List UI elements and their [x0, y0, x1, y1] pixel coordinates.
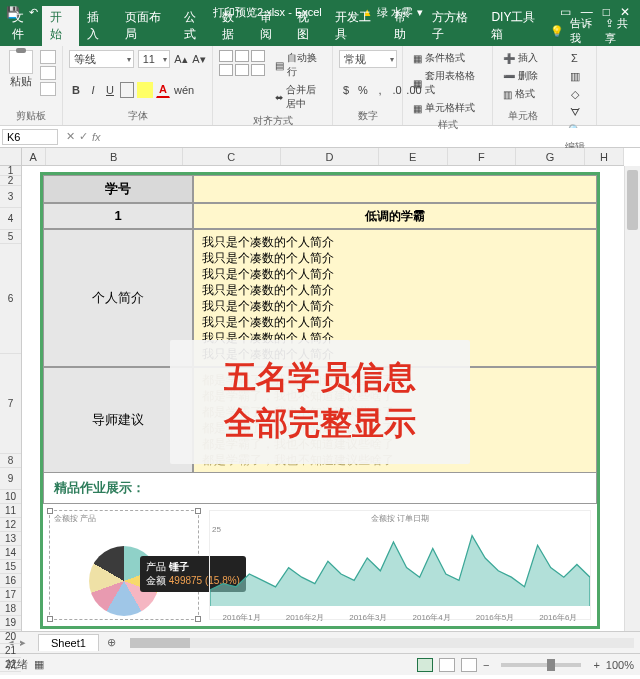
tab-formulas[interactable]: 公式	[176, 6, 214, 46]
currency-icon[interactable]: $	[339, 82, 353, 98]
sheet-tab-bar: ◂ ▸ Sheet1 ⊕	[0, 631, 640, 653]
cancel-fx-icon[interactable]: ✕	[66, 130, 75, 143]
clipboard-icon	[9, 50, 33, 74]
tab-dev[interactable]: 开发工具	[327, 6, 386, 46]
header-name-blank	[193, 175, 597, 203]
group-styles: ▦ 条件格式 ▦ 套用表格格式 ▦ 单元格样式 样式	[403, 46, 493, 125]
tab-view[interactable]: 视图	[289, 6, 327, 46]
id-value: 1	[43, 203, 193, 229]
number-format-select[interactable]: 常规	[339, 50, 397, 68]
fill-color-button[interactable]	[137, 82, 153, 98]
name-box[interactable]: K6	[2, 129, 58, 145]
enter-fx-icon[interactable]: ✓	[79, 130, 88, 143]
ribbon: 粘贴 剪贴板 等线 11 A▴ A▾ B I U A wén 字体	[0, 46, 640, 126]
tab-ffgz[interactable]: 方方格子	[424, 6, 483, 46]
view-normal-button[interactable]	[417, 658, 433, 672]
italic-button[interactable]: I	[86, 82, 100, 98]
cut-icon[interactable]	[40, 50, 56, 64]
tab-file[interactable]: 文件	[4, 6, 42, 46]
insert-cells-button[interactable]: ➕ 插入	[499, 50, 546, 66]
tab-layout[interactable]: 页面布局	[117, 6, 176, 46]
fill-icon[interactable]: ▥	[559, 68, 590, 84]
underline-button[interactable]: U	[103, 82, 117, 98]
fx-icon[interactable]: fx	[92, 131, 101, 143]
zoom-slider[interactable]	[501, 663, 581, 667]
autosum-icon[interactable]: Σ	[559, 50, 590, 66]
border-button[interactable]	[120, 82, 134, 98]
tab-data[interactable]: 数据	[214, 6, 252, 46]
area-title: 金额按 订单日期	[210, 511, 590, 526]
select-all-triangle[interactable]	[0, 148, 22, 166]
tab-help[interactable]: 帮助	[386, 6, 424, 46]
zoom-level[interactable]: 100%	[606, 659, 634, 671]
group-font: 等线 11 A▴ A▾ B I U A wén 字体	[63, 46, 213, 125]
phonetic-button[interactable]: wén	[173, 82, 195, 98]
area-xaxis: 2016年1月2016年2月2016年3月2016年4月2016年5月2016年…	[210, 610, 590, 623]
tab-review[interactable]: 审阅	[252, 6, 290, 46]
decrease-font-icon[interactable]: A▾	[192, 51, 206, 67]
view-layout-button[interactable]	[439, 658, 455, 672]
name-value: 低调的学霸	[193, 203, 597, 229]
area-svg	[210, 526, 590, 606]
format-painter-icon[interactable]	[40, 82, 56, 96]
scroll-thumb[interactable]	[130, 638, 190, 648]
tab-home[interactable]: 开始	[42, 6, 80, 46]
bold-button[interactable]: B	[69, 82, 83, 98]
sort-filter-icon[interactable]: ᗊ	[559, 104, 590, 120]
format-cells-button[interactable]: ▥ 格式	[499, 86, 546, 102]
area-ytick: 25	[212, 525, 221, 534]
font-color-button[interactable]: A	[156, 82, 170, 98]
zoom-out-button[interactable]: −	[483, 659, 489, 671]
group-cells: ➕ 插入 ➖ 删除 ▥ 格式 单元格	[493, 46, 553, 125]
increase-font-icon[interactable]: A▴	[174, 51, 188, 67]
delete-cells-button[interactable]: ➖ 删除	[499, 68, 546, 84]
group-number: 常规 $ % , .0 .00 数字	[333, 46, 403, 125]
column-headers[interactable]: ABCDEFGH	[22, 148, 624, 166]
sheet-tab-1[interactable]: Sheet1	[38, 634, 99, 651]
macro-record-icon[interactable]: ▦	[34, 658, 44, 671]
group-clipboard: 粘贴 剪贴板	[0, 46, 63, 125]
tell-me[interactable]: 告诉我	[570, 16, 599, 46]
vertical-scrollbar[interactable]	[624, 166, 640, 631]
scroll-thumb[interactable]	[627, 170, 638, 230]
clear-icon[interactable]: ◇	[559, 86, 590, 102]
zoom-in-button[interactable]: +	[593, 659, 599, 671]
table-format-button[interactable]: ▦ 套用表格格式	[409, 68, 486, 98]
percent-icon[interactable]: %	[356, 82, 370, 98]
pie-chart[interactable]: 金额按 产品 产品 锤子 金额 499875 (15.8%)	[49, 510, 199, 620]
cond-format-button[interactable]: ▦ 条件格式	[409, 50, 486, 66]
font-size-select[interactable]: 11	[138, 50, 170, 68]
group-editing: Σ ▥ ◇ ᗊ 🔍 编辑	[553, 46, 597, 125]
inc-decimal-icon[interactable]: .0	[390, 82, 404, 98]
showcase-title: 精品作业展示：	[43, 473, 597, 504]
pie-title: 金额按 产品	[50, 511, 198, 526]
view-break-button[interactable]	[461, 658, 477, 672]
wrap-text-button[interactable]: ▤ 自动换行	[271, 50, 326, 80]
group-align: ▤ 自动换行 ⬌ 合并后居中 对齐方式	[213, 46, 333, 125]
share-button[interactable]: ⇪ 共享	[605, 16, 634, 46]
area-chart[interactable]: 金额按 订单日期 25 2016年1月2016年2月2016年3月2016年4月…	[209, 510, 591, 620]
tab-insert[interactable]: 插入	[79, 6, 117, 46]
font-name-select[interactable]: 等线	[69, 50, 134, 68]
horizontal-scrollbar[interactable]	[130, 638, 634, 648]
cell-style-button[interactable]: ▦ 单元格样式	[409, 100, 486, 116]
paste-button[interactable]: 粘贴	[6, 50, 36, 96]
merge-center-button[interactable]: ⬌ 合并后居中	[271, 82, 326, 112]
align-grid[interactable]	[219, 50, 265, 76]
status-bar: 就绪 ▦ − + 100%	[0, 653, 640, 675]
copy-icon[interactable]	[40, 66, 56, 80]
overlay-caption: 五名学员信息 全部完整显示	[170, 340, 470, 464]
ribbon-tabs: 文件 开始 插入 页面布局 公式 数据 审阅 视图 开发工具 帮助 方方格子 D…	[0, 24, 640, 46]
comma-icon[interactable]: ,	[373, 82, 387, 98]
tab-diy[interactable]: DIY工具箱	[483, 6, 550, 46]
formula-bar: K6 ✕ ✓ fx	[0, 126, 640, 148]
header-id-label: 学号	[43, 175, 193, 203]
tellme-icon: 💡	[550, 25, 564, 38]
row-headers[interactable]: 12345678910111213141516171819202122	[0, 166, 22, 631]
new-sheet-button[interactable]: ⊕	[99, 636, 124, 649]
